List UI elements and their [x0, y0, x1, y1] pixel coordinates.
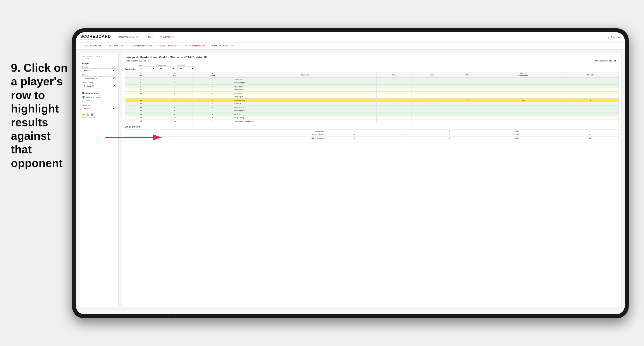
opponent-view-title: Opponent view: [82, 92, 116, 94]
data-cell: [376, 102, 412, 106]
data-cell: [376, 120, 412, 123]
toolbar-more[interactable]: •••: [109, 313, 113, 315]
opponent-name-cell: Euna Lee: [233, 113, 376, 116]
colour-by-label: Colour by: [82, 104, 116, 106]
table-row[interactable]: 20117Federica Domecq Lacroze: [125, 120, 619, 123]
data-cell: [452, 120, 483, 123]
table-row[interactable]: 1474Eunice Yi: [125, 102, 619, 106]
toolbar-action5[interactable]: ↺: [102, 313, 107, 315]
data-cell: [452, 109, 483, 113]
th-tie: Tie: [452, 72, 483, 78]
data-cell: 15: [125, 106, 157, 109]
table-row[interactable]: 1311Jessica Huang010-3.002: [125, 99, 619, 102]
opponent-select[interactable]: (All): [177, 66, 195, 70]
data-cell: [483, 95, 562, 99]
data-cell: 0: [376, 99, 412, 102]
ood-cell: 0: [428, 130, 472, 133]
data-cell: [483, 81, 562, 85]
player-rank-select[interactable]: 8. Katelyn Vo: [82, 84, 116, 88]
tablet-screen: SCOREBOARD Powered by clippd TOURNAMENTS…: [76, 32, 625, 314]
region-select[interactable]: (All): [138, 66, 156, 70]
table-row[interactable]: 1585Stella Chang: [125, 106, 619, 109]
subnav-player-h2h-grid[interactable]: PLAYER H2H GRID: [182, 43, 208, 49]
subnav-team-h2h-grid[interactable]: TEAM H2H GRID: [104, 43, 128, 49]
data-cell: [157, 95, 193, 99]
data-cell: 10: [157, 116, 193, 120]
table-row[interactable]: Heejo Hyun: [125, 95, 619, 99]
data-cell: [412, 88, 452, 92]
data-cell: [562, 113, 618, 116]
colour-section: Colour by Win/loss Down Level Up: [82, 104, 116, 118]
table-row[interactable]: 914Sharon Mun: [125, 88, 619, 92]
toolbar-share[interactable]: Share: [190, 313, 197, 315]
dot-down: [82, 113, 85, 116]
table-row[interactable]: 613Sydney Kuo: [125, 85, 619, 88]
subnav-player-h2h-heatmap[interactable]: PLAYER H2H HEATMAP: [208, 43, 238, 49]
toolbar-divider1: |: [121, 313, 122, 315]
colour-by-select[interactable]: Win/loss: [82, 107, 116, 110]
toolbar-action9[interactable]: ⊞: [184, 313, 188, 315]
table-row[interactable]: 31Esther Lee: [125, 78, 619, 81]
toolbar-view-original[interactable]: View: Original: [124, 313, 138, 315]
ood-cell: 0: [383, 130, 428, 133]
th-conf: #Conf: [193, 72, 233, 78]
table-row[interactable]: 1063Andrea York: [125, 92, 619, 95]
data-cell: [193, 95, 233, 99]
division-select[interactable]: NCAA Division III: [82, 76, 116, 80]
conference-select[interactable]: (All): [158, 66, 175, 70]
nav-committee[interactable]: COMMITTEE: [160, 35, 176, 40]
gender-select[interactable]: Women's: [82, 68, 116, 72]
th-win: Win: [376, 72, 412, 78]
toolbar-action3[interactable]: ⤼: [91, 313, 95, 315]
data-cell: 2: [193, 113, 233, 116]
table-row[interactable]: 522Alexis Sudjianto: [125, 81, 619, 85]
opponent-name-cell: Stella Chang: [233, 106, 376, 109]
nav-divider: |: [608, 35, 609, 39]
toolbar-save-custom[interactable]: Save Custom View: [140, 313, 159, 315]
toolbar-action4[interactable]: ⧉: [97, 313, 101, 314]
conference-label: Conference: [158, 64, 175, 66]
data-cell: [412, 109, 452, 113]
opponents-label: Opponents:: [125, 68, 136, 70]
toolbar-undo[interactable]: ↩: [78, 313, 83, 315]
bottom-toolbar: ↩ ↪ ⤼ ⧉ ↺ ••• ◎ | View: Original Save Cu…: [76, 311, 625, 314]
subnav-player-summary[interactable]: PLAYER SUMMARY: [156, 43, 182, 49]
ood-table-row[interactable]: NAIA Division 115009.26730: [125, 133, 619, 137]
overall-record: Overall Record: 353 - 34 - 6: [125, 60, 149, 62]
dot-labels: Down Level Up: [82, 116, 116, 118]
opponent-name-cell: Jessica Mason: [233, 109, 376, 113]
data-cell: [483, 78, 562, 81]
table-row[interactable]: 19106Emily Chang: [125, 116, 619, 120]
radio-opponents-played[interactable]: Opponents Played: [82, 96, 116, 99]
data-cell: 19: [125, 116, 157, 120]
subnav-team-summary[interactable]: TEAM SUMMARY: [80, 43, 104, 49]
toolbar-redo[interactable]: ↪: [85, 313, 89, 315]
data-cell: 20: [125, 120, 157, 123]
data-cell: 14: [125, 102, 157, 106]
nav-teams[interactable]: TEAMS: [144, 35, 153, 40]
step-number: 9.: [11, 61, 20, 74]
grid-area: Katelyn Vo Head-to-Head Grid for Women's…: [122, 53, 622, 307]
ood-table-row[interactable]: Foreign Team1004.5002: [125, 130, 619, 133]
toolbar-watch[interactable]: 👁 Watch ▾: [163, 313, 175, 315]
radio-top100[interactable]: Top 100: [82, 99, 116, 102]
table-row[interactable]: 1822Euna Lee: [125, 113, 619, 116]
data-cell: [412, 92, 452, 95]
ood-table-row[interactable]: NCAA Division 25007.40010: [125, 137, 619, 140]
toolbar-divider2: |: [161, 313, 161, 315]
sign-out-button[interactable]: Sign out: [611, 36, 620, 39]
toolbar-clock[interactable]: ◎: [115, 313, 120, 315]
data-cell: 6: [193, 116, 233, 120]
out-of-division-table: Foreign Team1004.5002NAIA Division 11500…: [125, 129, 619, 140]
nav-tournaments[interactable]: TOURNAMENTS: [118, 35, 138, 40]
toolbar-action8[interactable]: ⊡: [177, 313, 182, 315]
instruction-text: 9. Click on a player's row to highlight …: [11, 61, 72, 170]
division-record-value: 331 - 34 - 6: [609, 60, 619, 62]
data-cell: [562, 95, 618, 99]
data-cell: [562, 106, 618, 109]
th-opponent: Opponent: [233, 72, 376, 78]
data-cell: [376, 92, 412, 95]
subnav-team-h2h-heatmap[interactable]: TEAM H2H HEATMAP: [128, 43, 156, 49]
opponent-label: Opponent: [177, 64, 195, 66]
table-row[interactable]: 1691Jessica Mason: [125, 109, 619, 113]
